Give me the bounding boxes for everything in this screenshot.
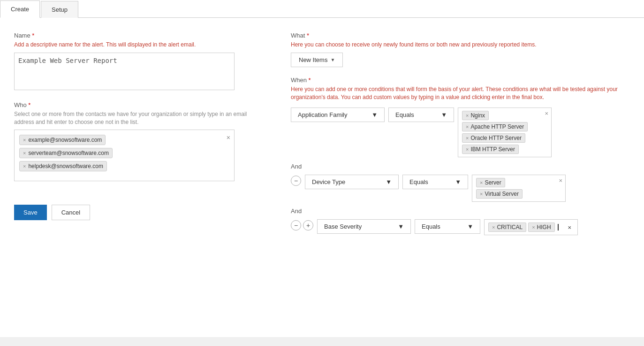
chevron-down-icon: ▼ xyxy=(371,111,378,118)
email-tag-2: × serverteam@snowsoftware.com xyxy=(19,148,113,158)
remove-high[interactable]: × xyxy=(532,224,535,230)
remove-condition-2[interactable]: − xyxy=(291,176,301,186)
tag-virtual-server: × Virtual Server xyxy=(476,189,523,199)
name-hint: Add a descriptive name for the alert. Th… xyxy=(14,41,263,49)
what-hint: Here you can choose to receive only newl… xyxy=(291,41,630,49)
page-content: Name * Add a descriptive name for the al… xyxy=(0,18,644,337)
severity-tags-list: × CRITICAL × HIGH xyxy=(488,223,568,232)
tab-create[interactable]: Create xyxy=(0,0,40,18)
remove-apache[interactable]: × xyxy=(466,124,469,130)
remove-ibm[interactable]: × xyxy=(466,146,469,152)
email-tag-3: × helpdesk@snowsoftware.com xyxy=(19,161,107,171)
remove-server[interactable]: × xyxy=(480,180,483,185)
and-label-2: And xyxy=(291,208,630,215)
equals-dropdown-1[interactable]: Equals ▼ xyxy=(388,108,454,122)
cancel-button[interactable]: Cancel xyxy=(52,205,90,220)
condition-row-2: − Device Type ▼ Equals ▼ × xyxy=(291,175,630,202)
close-tags-1[interactable]: × xyxy=(545,110,548,117)
email-box: × × example@snowsoftware.com × servertea… xyxy=(14,130,235,181)
app-family-tags-box: × × Nginx × Apache HTTP Server xyxy=(458,108,552,157)
chevron-down-icon: ▼ xyxy=(441,111,447,118)
close-tags-3[interactable]: × xyxy=(568,224,572,231)
remove-email-1[interactable]: × xyxy=(23,137,26,143)
left-column: Name * Add a descriptive name for the al… xyxy=(14,32,263,241)
application-family-dropdown[interactable]: Application Family ▼ xyxy=(291,108,385,122)
and-label-1: And xyxy=(291,163,630,170)
chevron-down-icon: ▼ xyxy=(386,178,392,185)
tabs-bar: Create Setup xyxy=(0,0,644,18)
base-severity-dropdown[interactable]: Base Severity ▼ xyxy=(317,219,411,234)
chevron-down-icon: ▼ xyxy=(398,223,404,230)
what-label: What * xyxy=(291,32,630,39)
chevron-down-icon: ▼ xyxy=(467,223,473,230)
tag-oracle: × Oracle HTTP Server xyxy=(462,133,525,143)
condition-2: − Device Type ▼ Equals ▼ × xyxy=(291,175,630,202)
when-label: When * xyxy=(291,77,630,84)
close-tags-2[interactable]: × xyxy=(559,177,562,184)
condition-row-3: − + Base Severity ▼ Equals ▼ xyxy=(291,219,630,235)
add-condition[interactable]: + xyxy=(303,220,313,231)
footer-buttons: Save Cancel xyxy=(14,205,263,220)
remove-oracle[interactable]: × xyxy=(466,135,469,141)
condition-3: − + Base Severity ▼ Equals ▼ xyxy=(291,219,630,235)
device-type-tags-box: × × Server × Virtual Server xyxy=(472,175,566,202)
when-hint: Here you can add one or more conditions … xyxy=(291,85,630,101)
who-label: Who * xyxy=(14,101,263,108)
tab-setup[interactable]: Setup xyxy=(41,1,78,18)
remove-nginx[interactable]: × xyxy=(466,113,469,118)
remove-condition-3[interactable]: − xyxy=(291,220,301,231)
name-label: Name * xyxy=(14,32,263,39)
text-cursor xyxy=(558,224,559,231)
save-button[interactable]: Save xyxy=(14,205,47,220)
email-clear-all[interactable]: × xyxy=(227,134,230,141)
what-dropdown[interactable]: New Items ▼ xyxy=(291,53,343,67)
tag-apache: × Apache HTTP Server xyxy=(462,122,528,131)
remove-email-2[interactable]: × xyxy=(23,150,26,156)
tag-critical: × CRITICAL xyxy=(488,223,526,232)
device-type-dropdown[interactable]: Device Type ▼ xyxy=(305,175,399,189)
tag-nginx: × Nginx xyxy=(462,111,489,120)
tag-server: × Server xyxy=(476,178,505,187)
equals-dropdown-3[interactable]: Equals ▼ xyxy=(415,219,480,234)
email-tags: × example@snowsoftware.com × serverteam@… xyxy=(19,135,229,171)
severity-tags-box: × CRITICAL × HIGH × xyxy=(484,219,578,235)
equals-dropdown-2[interactable]: Equals ▼ xyxy=(402,175,468,189)
what-section: What * Here you can choose to receive on… xyxy=(291,32,630,67)
who-section: Who * Select one or more from the contac… xyxy=(14,101,263,182)
chevron-down-icon: ▼ xyxy=(330,57,335,62)
who-hint: Select one or more from the contacts we … xyxy=(14,110,263,126)
app-family-tags-list: × Nginx × Apache HTTP Server × Oracle HT… xyxy=(462,111,547,154)
remove-critical[interactable]: × xyxy=(492,224,495,230)
chevron-down-icon: ▼ xyxy=(455,178,461,185)
device-type-tags-list: × Server × Virtual Server xyxy=(476,178,561,199)
email-tag-1: × example@snowsoftware.com xyxy=(19,135,106,145)
condition-row-1: Application Family ▼ Equals ▼ × × xyxy=(291,108,630,157)
condition-1: Application Family ▼ Equals ▼ × × xyxy=(291,108,630,157)
tag-high: × HIGH xyxy=(528,223,554,232)
name-input[interactable]: Example Web Server Report xyxy=(14,53,235,90)
tag-ibm: × IBM HTTP Server xyxy=(462,145,519,154)
remove-virtual-server[interactable]: × xyxy=(480,191,483,197)
when-section: When * Here you can add one or more cond… xyxy=(291,77,630,236)
right-column: What * Here you can choose to receive on… xyxy=(291,32,630,241)
remove-email-3[interactable]: × xyxy=(23,163,26,169)
